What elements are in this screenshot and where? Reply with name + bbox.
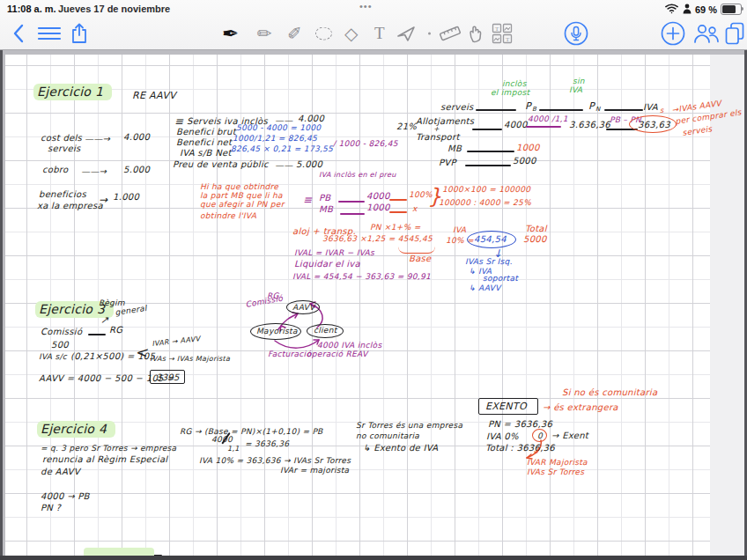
shapes-tool-icon[interactable]: [396, 25, 416, 42]
page-edge-left: [0, 0, 3, 560]
collaborate-button[interactable]: [692, 22, 721, 45]
page-edge-bottom: [0, 556, 747, 560]
wifi-icon: [664, 3, 679, 16]
person-icon: [683, 4, 692, 16]
pages-button[interactable]: [724, 22, 745, 46]
battery-percent: 69 %: [695, 4, 717, 15]
pencil-tool-icon[interactable]: ✏: [257, 25, 272, 42]
toolbar: ✒ ✏ ✐ ◇ T TT: [0, 18, 747, 49]
battery-icon: [721, 4, 742, 15]
svg-text:T: T: [506, 36, 510, 43]
status-bar: 11:08 a. m. Jueves 17 de noviembre ••• 6…: [0, 0, 747, 18]
svg-text:T: T: [495, 26, 499, 33]
back-button[interactable]: [12, 24, 25, 43]
note-page[interactable]: [5, 55, 710, 556]
fountain-pen-tool-icon[interactable]: ✒: [222, 24, 239, 44]
eraser-tool-icon[interactable]: ◇: [344, 25, 358, 42]
note-canvas[interactable]: [0, 50, 747, 560]
ruler-tool-icon[interactable]: [439, 26, 462, 41]
menu-button[interactable]: [37, 26, 62, 41]
top-bar: 11:08 a. m. Jueves 17 de noviembre ••• 6…: [0, 0, 747, 50]
share-button[interactable]: [70, 23, 88, 44]
multitask-handle-icon[interactable]: •••: [359, 1, 373, 11]
add-page-button[interactable]: [661, 21, 685, 46]
microphone-button[interactable]: [564, 21, 588, 46]
elements-tool-icon[interactable]: TT: [492, 23, 513, 44]
lasso-tool-icon[interactable]: [315, 27, 332, 41]
pointer-tool-icon[interactable]: [469, 24, 484, 43]
status-time: 11:08 a. m.: [7, 4, 56, 14]
text-tool-icon[interactable]: T: [374, 24, 385, 43]
separator-dot: [428, 33, 431, 35]
page-right-margin: [710, 55, 744, 556]
highlighter-tool-icon[interactable]: ✐: [287, 25, 302, 42]
status-date: Jueves 17 de noviembre: [58, 4, 170, 14]
